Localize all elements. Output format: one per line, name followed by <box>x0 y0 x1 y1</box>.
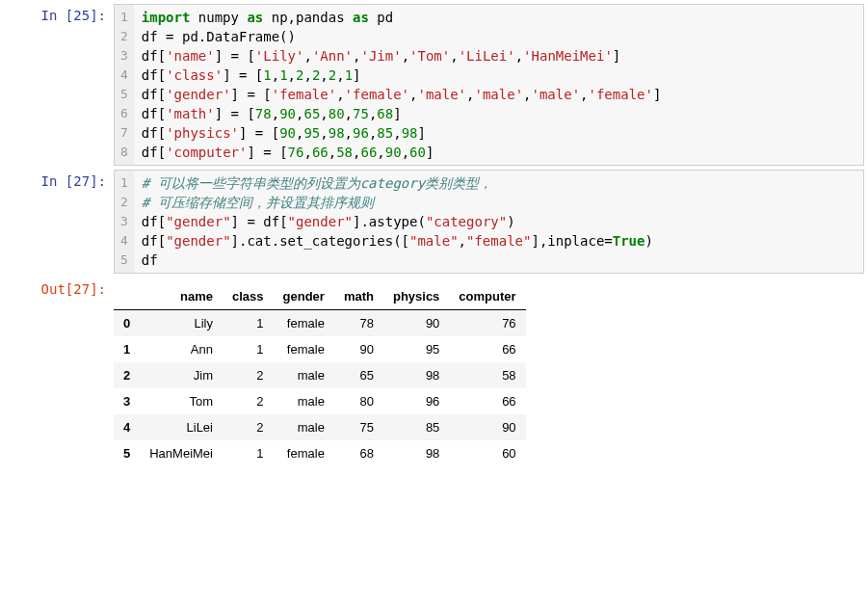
cell: 96 <box>383 388 449 414</box>
cell: 78 <box>334 310 383 337</box>
cell: male <box>274 414 334 440</box>
input-cell-25: In [25]: 1 2 3 4 5 6 7 8 import numpy as… <box>4 4 864 166</box>
cell: 68 <box>334 440 383 466</box>
cell: Ann <box>140 336 223 362</box>
cell: HanMeiMei <box>140 440 223 466</box>
col-name: name <box>140 283 223 310</box>
code-area-27[interactable]: 1 2 3 4 5 # 可以将一些字符串类型的列设置为category类别类型，… <box>114 170 864 274</box>
dataframe-table: name class gender math physics computer … <box>114 283 526 466</box>
col-gender: gender <box>274 283 334 310</box>
cell: 95 <box>383 336 449 362</box>
prompt-in-25: In [25]: <box>4 4 114 166</box>
cell: 58 <box>449 362 525 388</box>
cell: 1 <box>223 310 274 337</box>
table-row: 3Tom2male809666 <box>114 388 526 414</box>
cell: 2 <box>223 388 274 414</box>
col-math: math <box>334 283 383 310</box>
output-cell-27: Out[27]: name class gender math physics … <box>4 278 864 470</box>
cell: female <box>274 440 334 466</box>
cell: 80 <box>334 388 383 414</box>
table-row: 0Lily1female789076 <box>114 310 526 337</box>
col-class: class <box>223 283 274 310</box>
cell: Jim <box>140 362 223 388</box>
row-index: 1 <box>114 336 140 362</box>
table-row: 1Ann1female909566 <box>114 336 526 362</box>
cell: 65 <box>334 362 383 388</box>
gutter-27: 1 2 3 4 5 <box>115 171 134 273</box>
cell: female <box>274 310 334 337</box>
gutter-25: 1 2 3 4 5 6 7 8 <box>115 5 134 165</box>
cell: 90 <box>449 414 525 440</box>
row-index: 4 <box>114 414 140 440</box>
cell: Lily <box>140 310 223 337</box>
prompt-in-27: In [27]: <box>4 170 114 274</box>
input-cell-27: In [27]: 1 2 3 4 5 # 可以将一些字符串类型的列设置为cate… <box>4 170 864 274</box>
row-index: 0 <box>114 310 140 337</box>
cell: 90 <box>383 310 449 337</box>
code-25[interactable]: import numpy as np,pandas as pd df = pd.… <box>134 5 670 165</box>
table-row: 2Jim2male659858 <box>114 362 526 388</box>
cell: 85 <box>383 414 449 440</box>
col-index <box>114 283 140 310</box>
cell: 76 <box>449 310 525 337</box>
cell: female <box>274 336 334 362</box>
table-row: 4LiLei2male758590 <box>114 414 526 440</box>
cell: 90 <box>334 336 383 362</box>
row-index: 5 <box>114 440 140 466</box>
cell: 2 <box>223 362 274 388</box>
table-row: 5HanMeiMei1female689860 <box>114 440 526 466</box>
cell: male <box>274 388 334 414</box>
output-area-27: name class gender math physics computer … <box>114 278 864 470</box>
cell: LiLei <box>140 414 223 440</box>
cell: 98 <box>383 362 449 388</box>
cell: 75 <box>334 414 383 440</box>
code-27[interactable]: # 可以将一些字符串类型的列设置为category类别类型， # 可压缩存储空间… <box>134 171 661 273</box>
col-computer: computer <box>449 283 525 310</box>
cell: 1 <box>223 336 274 362</box>
cell: male <box>274 362 334 388</box>
cell: 1 <box>223 440 274 466</box>
cell: 2 <box>223 414 274 440</box>
cell: 98 <box>383 440 449 466</box>
code-area-25[interactable]: 1 2 3 4 5 6 7 8 import numpy as np,panda… <box>114 4 864 166</box>
table-header-row: name class gender math physics computer <box>114 283 526 310</box>
row-index: 3 <box>114 388 140 414</box>
row-index: 2 <box>114 362 140 388</box>
cell: 66 <box>449 336 525 362</box>
cell: 66 <box>449 388 525 414</box>
cell: Tom <box>140 388 223 414</box>
cell: 60 <box>449 440 525 466</box>
col-physics: physics <box>383 283 449 310</box>
prompt-out-27: Out[27]: <box>4 278 114 470</box>
